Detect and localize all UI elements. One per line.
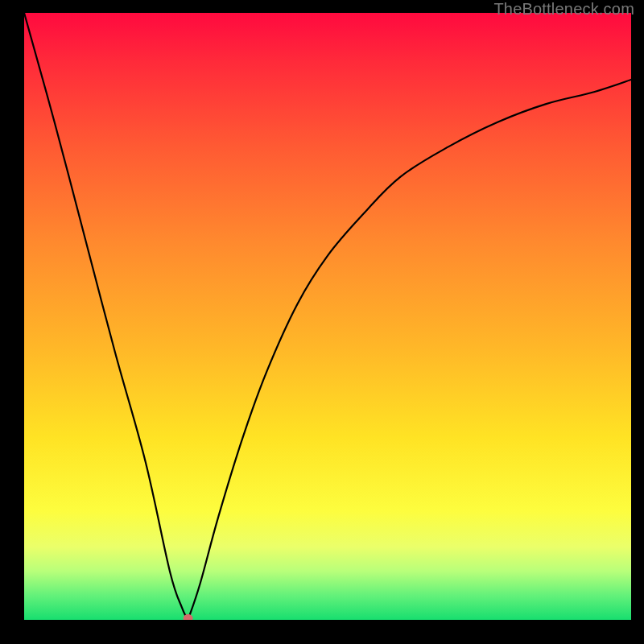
chart-frame: TheBottleneck.com [0, 0, 644, 644]
curve-left-branch [24, 13, 188, 620]
chart-plot-area [24, 13, 631, 620]
attribution-text: TheBottleneck.com [493, 0, 634, 19]
curve-right-branch [188, 80, 631, 620]
bottleneck-curve [24, 13, 631, 620]
